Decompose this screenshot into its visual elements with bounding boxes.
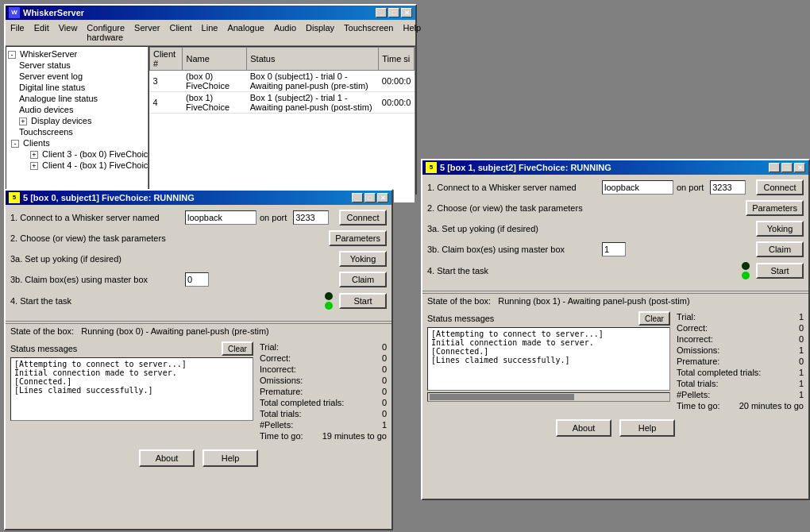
task2-about-button[interactable]: About bbox=[556, 419, 611, 437]
task2-connect-button[interactable]: Connect bbox=[756, 179, 804, 195]
task2-scrollbar-thumb[interactable] bbox=[430, 394, 574, 400]
task1-traffic-light bbox=[325, 292, 333, 310]
task2-parameters-button[interactable]: Parameters bbox=[746, 200, 804, 216]
tree-display-devices[interactable]: + Display devices bbox=[8, 115, 146, 126]
task2-stat-correct: Correct: 0 bbox=[677, 322, 804, 333]
task2-state-value: Running (box 1) - Awaiting panel-push (p… bbox=[498, 296, 689, 306]
tree-expand-display[interactable]: + bbox=[19, 118, 27, 125]
task2-state-bar: State of the box: Running (box 1) - Awai… bbox=[422, 293, 808, 308]
task1-messages-area[interactable]: [Attempting to connect to server...] Ini… bbox=[10, 357, 253, 421]
maximize-button[interactable]: □ bbox=[388, 8, 399, 17]
task2-scrollbar[interactable] bbox=[427, 392, 670, 402]
tree-expand-clients[interactable]: - bbox=[11, 140, 19, 148]
tree-panel[interactable]: - WhiskerServer Server status Server eve… bbox=[6, 46, 148, 203]
menu-display[interactable]: Display bbox=[301, 21, 339, 44]
table-row[interactable]: 3 (box 0) FiveChoice Box 0 (subject1) - … bbox=[150, 71, 415, 92]
cell-client-3: 3 bbox=[150, 71, 183, 92]
task1-port-input[interactable] bbox=[293, 210, 329, 225]
task1-yoking-button[interactable]: Yoking bbox=[339, 251, 387, 267]
task1-maximize-button[interactable]: □ bbox=[364, 193, 376, 202]
task2-step1-label: 1. Connect to a Whisker server named bbox=[427, 183, 602, 192]
menu-edit[interactable]: Edit bbox=[29, 21, 54, 44]
task2-close-button[interactable]: ✕ bbox=[794, 163, 805, 172]
task1-title-bar: 5 5 [box 0, subject1] FiveChoice: RUNNIN… bbox=[6, 191, 392, 205]
task2-messages-area[interactable]: [Attempting to connect to server...] Ini… bbox=[427, 327, 670, 391]
tree-analogue-line-status[interactable]: Analogue line status bbox=[8, 93, 146, 104]
task1-clear-button[interactable]: Clear bbox=[222, 341, 253, 356]
menu-configure-hardware[interactable]: Configure hardware bbox=[82, 21, 129, 44]
task1-stat-time-to-go: Time to go: 19 minutes to go bbox=[260, 430, 387, 441]
task1-about-button[interactable]: About bbox=[139, 449, 195, 467]
tree-client3[interactable]: + Client 3 - (box 0) FiveChoice bbox=[8, 148, 146, 160]
task2-messages-panel: Status messages Clear [Attempting to con… bbox=[427, 311, 670, 411]
task2-port-input[interactable] bbox=[710, 180, 746, 195]
task2-clear-button[interactable]: Clear bbox=[638, 311, 670, 326]
task2-maximize-button[interactable]: □ bbox=[781, 163, 793, 172]
tree-server-event-log[interactable]: Server event log bbox=[8, 71, 146, 82]
main-content: - WhiskerServer Server status Server eve… bbox=[6, 46, 415, 203]
tree-audio-devices[interactable]: Audio devices bbox=[8, 104, 146, 115]
task2-yoking-button[interactable]: Yoking bbox=[756, 221, 804, 237]
task2-claim-button[interactable]: Claim bbox=[756, 241, 804, 257]
tree-server-status[interactable]: Server status bbox=[8, 60, 146, 71]
right-panel: Client # Name Status Time si 3 (box 0) F… bbox=[148, 46, 415, 203]
task1-start-button[interactable]: Start bbox=[339, 293, 387, 309]
tree-expand-client4[interactable]: + bbox=[30, 162, 38, 170]
task1-msg-0: [Attempting to connect to server...] bbox=[14, 360, 249, 368]
task2-light-red bbox=[742, 262, 750, 270]
menu-audio[interactable]: Audio bbox=[269, 21, 301, 44]
tree-touchscreens[interactable]: Touchscreens bbox=[8, 126, 146, 137]
task1-parameters-button[interactable]: Parameters bbox=[329, 230, 387, 246]
task2-step3b-row: 3b. Claim box(es) using master box Claim bbox=[427, 241, 804, 257]
close-button[interactable]: ✕ bbox=[401, 8, 412, 17]
minimize-button[interactable]: _ bbox=[376, 8, 387, 17]
task1-help-button[interactable]: Help bbox=[202, 449, 258, 467]
task2-step3a-label: 3a. Set up yoking (if desired) bbox=[427, 224, 602, 233]
tree-clients[interactable]: - Clients bbox=[8, 137, 146, 148]
tree-expand-root[interactable]: - bbox=[8, 51, 16, 59]
task1-connect-button[interactable]: Connect bbox=[339, 210, 387, 226]
menu-help[interactable]: Help bbox=[398, 21, 426, 44]
task2-start-button[interactable]: Start bbox=[756, 263, 804, 279]
task1-minimize-button[interactable]: _ bbox=[352, 193, 363, 202]
task1-claim-button[interactable]: Claim bbox=[339, 272, 387, 287]
tree-digital-line-status[interactable]: Digital line status bbox=[8, 82, 146, 93]
whisker-title-text: W WhiskerServer bbox=[9, 7, 84, 18]
task1-master-box-input[interactable] bbox=[185, 272, 209, 287]
task1-msg-3: [Lines claimed successfully.] bbox=[14, 386, 249, 395]
whisker-title-bar: W WhiskerServer _ □ ✕ bbox=[6, 6, 415, 20]
menu-touchscreen[interactable]: Touchscreen bbox=[339, 21, 398, 44]
menu-view[interactable]: View bbox=[54, 21, 83, 44]
tree-expand-client3[interactable]: + bbox=[30, 151, 38, 159]
task2-help-button[interactable]: Help bbox=[619, 419, 675, 437]
task1-step3b-label: 3b. Claim box(es) using master box bbox=[10, 275, 185, 284]
task2-stat-pellets: #Pellets: 1 bbox=[677, 389, 804, 400]
task2-title-icon: 5 bbox=[426, 162, 437, 173]
tree-client4[interactable]: + Client 4 - (box 1) FiveChoice bbox=[8, 160, 146, 171]
task1-server-input[interactable] bbox=[185, 210, 256, 225]
task1-step4-label: 4. Start the task bbox=[10, 296, 185, 306]
task2-bottom-buttons: About Help bbox=[422, 414, 808, 441]
menu-server[interactable]: Server bbox=[129, 21, 164, 44]
menu-file[interactable]: File bbox=[6, 21, 29, 44]
task2-stat-incorrect: Incorrect: 0 bbox=[677, 333, 804, 345]
task1-stat-total-completed: Total completed trials: 0 bbox=[260, 397, 387, 408]
task2-server-input[interactable] bbox=[602, 180, 673, 195]
task1-stat-premature: Premature: 0 bbox=[260, 386, 387, 397]
col-time: Time si bbox=[379, 48, 415, 71]
menu-analogue[interactable]: Analogue bbox=[222, 21, 269, 44]
table-row[interactable]: 4 (box 1) FiveChoice Box 1 (subject2) - … bbox=[150, 92, 415, 114]
menu-client[interactable]: Client bbox=[164, 21, 196, 44]
task1-step1-label: 1. Connect to a Whisker server named bbox=[10, 213, 185, 222]
task1-close-button[interactable]: ✕ bbox=[377, 193, 388, 202]
title-bar-buttons: _ □ ✕ bbox=[376, 8, 412, 17]
task2-minimize-button[interactable]: _ bbox=[769, 163, 780, 172]
task2-light-green bbox=[742, 272, 750, 279]
task-window-2: 5 5 [box 1, subject2] FiveChoice: RUNNIN… bbox=[421, 159, 810, 500]
task2-state-label: State of the box: bbox=[427, 296, 491, 306]
menu-line[interactable]: Line bbox=[197, 21, 223, 44]
task2-msg-3: [Lines claimed successfully.] bbox=[431, 356, 666, 364]
task2-master-box-input[interactable] bbox=[602, 242, 626, 256]
tree-root[interactable]: - WhiskerServer bbox=[8, 48, 146, 60]
task1-step1-row: 1. Connect to a Whisker server named on … bbox=[10, 210, 387, 226]
